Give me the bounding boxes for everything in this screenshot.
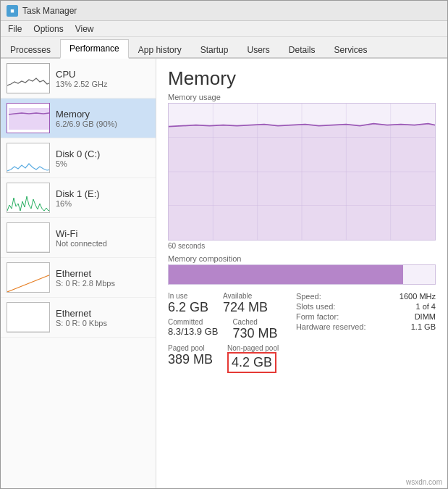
disk0-subtitle: 5%	[56, 159, 150, 168]
sidebar-item-ethernet2[interactable]: Ethernet S: 0 R: 0 Kbps	[1, 298, 156, 338]
stats-right: Speed: 1600 MHz Slots used: 1 of 4 Form …	[296, 292, 436, 376]
stat-speed-value: 1600 MHz	[400, 292, 436, 301]
stats-area: In use 6.2 GB Available 724 MB Committed…	[168, 292, 436, 376]
stat-available-label: Available	[223, 292, 268, 300]
stat-inuse: In use 6.2 GB	[168, 292, 208, 315]
tab-details[interactable]: Details	[279, 41, 325, 59]
memory-info: Memory 6.2/6.9 GB (90%)	[56, 109, 150, 128]
wifi-title: Wi-Fi	[56, 228, 150, 239]
disk0-title: Disk 0 (C:)	[56, 149, 150, 159]
stat-paged-label: Paged pool	[168, 344, 213, 352]
wifi-mini-chart	[7, 222, 50, 253]
wifi-info: Wi-Fi Not connected	[56, 228, 150, 248]
ethernet2-title: Ethernet	[56, 308, 150, 319]
sidebar-item-cpu[interactable]: CPU 13% 2.52 GHz	[1, 59, 156, 99]
main-content: CPU 13% 2.52 GHz Memory 6.2/6.9 GB (90%)	[1, 59, 447, 489]
tab-bar: Processes Performance App history Startu…	[1, 37, 447, 59]
stat-committed-label: Committed	[168, 318, 218, 326]
disk1-subtitle: 16%	[56, 199, 150, 208]
sidebar-item-memory[interactable]: Memory 6.2/6.9 GB (90%)	[1, 99, 156, 138]
stat-available: Available 724 MB	[223, 292, 268, 315]
stat-slots-row: Slots used: 1 of 4	[296, 302, 436, 311]
right-panel: Memory Memory usage 60 se	[156, 59, 447, 489]
app-icon: ■	[7, 5, 18, 17]
stat-nonpaged-label: Non-paged pool	[227, 344, 279, 352]
sidebar-item-disk0[interactable]: Disk 0 (C:) 5%	[1, 138, 156, 178]
svg-rect-8	[7, 303, 50, 333]
tab-users[interactable]: Users	[237, 41, 279, 59]
disk1-mini-chart	[7, 183, 50, 213]
stat-pair-inuse-available: In use 6.2 GB Available 724 MB	[168, 292, 284, 315]
stat-committed-value: 8.3/13.9 GB	[168, 326, 218, 337]
menu-file[interactable]: File	[4, 22, 26, 35]
stat-committed: Committed 8.3/13.9 GB	[168, 318, 218, 341]
stat-pair-committed-cached: Committed 8.3/13.9 GB Cached 730 MB	[168, 318, 284, 341]
menu-options[interactable]: Options	[29, 22, 67, 35]
stat-hwreserved-row: Hardware reserved: 1.1 GB	[296, 322, 436, 331]
stats-top: In use 6.2 GB Available 724 MB Committed…	[168, 292, 436, 376]
sidebar-item-disk1[interactable]: Disk 1 (E:) 16%	[1, 178, 156, 218]
stat-pair-paged-nonpaged: Paged pool 389 MB Non-paged pool 4.2 GB	[168, 344, 284, 373]
ethernet2-info: Ethernet S: 0 R: 0 Kbps	[56, 308, 150, 327]
cpu-title: CPU	[56, 69, 150, 80]
cpu-subtitle: 13% 2.52 GHz	[56, 80, 150, 88]
wifi-subtitle: Not connected	[56, 239, 150, 248]
sidebar: CPU 13% 2.52 GHz Memory 6.2/6.9 GB (90%)	[1, 59, 156, 489]
memory-mini-chart	[7, 103, 50, 133]
svg-rect-2	[9, 108, 49, 130]
stat-hwreserved-label: Hardware reserved:	[296, 322, 366, 331]
tab-startup[interactable]: Startup	[191, 41, 238, 59]
tab-services[interactable]: Services	[325, 41, 377, 59]
tab-processes[interactable]: Processes	[1, 41, 60, 59]
menu-view[interactable]: View	[71, 22, 98, 35]
stat-speed-label: Speed:	[296, 292, 321, 301]
composition-label: Memory composition	[168, 254, 436, 263]
memory-title: Memory	[56, 109, 150, 120]
sidebar-item-wifi[interactable]: Wi-Fi Not connected	[1, 218, 156, 258]
svg-rect-0	[7, 64, 50, 93]
stat-inuse-label: In use	[168, 292, 208, 300]
stat-paged-pool: Paged pool 389 MB	[168, 344, 213, 373]
stat-available-value: 724 MB	[223, 300, 268, 315]
stat-slots-label: Slots used:	[296, 302, 335, 311]
ethernet1-info: Ethernet S: 0 R: 2.8 Mbps	[56, 268, 150, 288]
stat-cached-value: 730 MB	[232, 326, 277, 341]
usage-chart-label: Memory usage	[168, 93, 436, 101]
stat-slots-value: 1 of 4	[415, 302, 436, 311]
ethernet1-subtitle: S: 0 R: 2.8 Mbps	[56, 279, 150, 288]
stat-formfactor-label: Form factor:	[296, 312, 339, 321]
stat-paged-value: 389 MB	[168, 352, 213, 367]
menu-bar: File Options View	[1, 21, 447, 37]
tab-app-history[interactable]: App history	[129, 41, 191, 59]
nonpaged-highlight-box: 4.2 GB	[227, 352, 276, 373]
svg-marker-19	[169, 124, 435, 240]
title-bar: ■ Task Manager	[1, 1, 447, 21]
stat-non-paged-pool: Non-paged pool 4.2 GB	[227, 344, 279, 373]
disk0-mini-chart	[7, 143, 50, 173]
app-title: Task Manager	[22, 6, 77, 16]
time-label: 60 seconds	[168, 242, 436, 250]
disk1-title: Disk 1 (E:)	[56, 188, 150, 199]
stat-nonpaged-value: 4.2 GB	[232, 355, 272, 370]
disk0-info: Disk 0 (C:) 5%	[56, 149, 150, 168]
watermark: wsxdn.com	[404, 477, 444, 487]
svg-rect-5	[7, 223, 50, 253]
stat-formfactor-value: DIMM	[415, 312, 436, 321]
memory-usage-chart	[168, 103, 436, 241]
stat-cached: Cached 730 MB	[232, 318, 277, 341]
memory-composition-bar	[168, 264, 436, 285]
stats-left: In use 6.2 GB Available 724 MB Committed…	[168, 292, 284, 376]
memory-subtitle: 6.2/6.9 GB (90%)	[56, 120, 150, 128]
disk1-info: Disk 1 (E:) 16%	[56, 188, 150, 208]
cpu-info: CPU 13% 2.52 GHz	[56, 69, 150, 88]
ethernet2-mini-chart	[7, 302, 50, 333]
stat-cached-label: Cached	[232, 318, 277, 326]
sidebar-item-ethernet1[interactable]: Ethernet S: 0 R: 2.8 Mbps	[1, 258, 156, 298]
stat-speed-row: Speed: 1600 MHz	[296, 292, 436, 301]
tab-performance[interactable]: Performance	[60, 39, 129, 59]
stat-formfactor-row: Form factor: DIMM	[296, 312, 436, 321]
stat-hwreserved-value: 1.1 GB	[411, 322, 436, 331]
ethernet2-subtitle: S: 0 R: 0 Kbps	[56, 319, 150, 327]
cpu-mini-chart	[7, 63, 50, 93]
ethernet1-mini-chart	[7, 262, 50, 293]
